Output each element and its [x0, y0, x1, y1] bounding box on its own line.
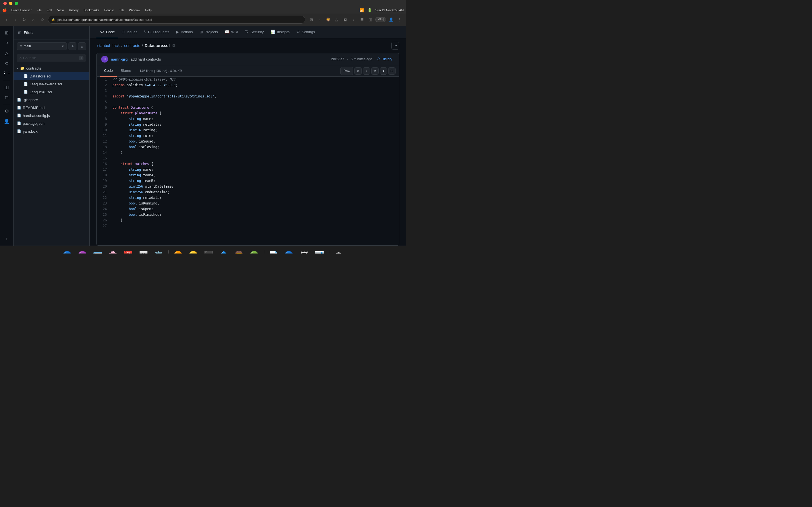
blame-tab[interactable]: Blame: [117, 65, 135, 76]
reload-button[interactable]: ↻: [21, 16, 28, 23]
nav-tab-wiki[interactable]: 📖 Wiki: [221, 26, 242, 38]
code-tab[interactable]: Code: [100, 65, 117, 76]
download-button[interactable]: ↓: [363, 67, 370, 75]
breadcrumb-repo[interactable]: istanbul-hack: [96, 43, 120, 48]
folder-contracts[interactable]: ▾ 📁 contracts: [13, 64, 89, 72]
menu-view[interactable]: View: [55, 8, 66, 12]
address-bar[interactable]: 🔒 github.com/namn-grg/istanbul-hack/blob…: [48, 16, 305, 24]
fullscreen-dot[interactable]: [15, 2, 18, 5]
nav-tab-security[interactable]: 🛡 Security: [241, 26, 267, 38]
sidebar-icon-code[interactable]: ⋮⋮: [2, 69, 11, 78]
file-hardhat-config[interactable]: 📄 hardhat.config.js: [13, 112, 89, 119]
battery-icon[interactable]: 🔋: [367, 8, 372, 12]
file-options-button[interactable]: ⋯: [391, 42, 399, 50]
dock-terminal[interactable]: ⬛: [202, 249, 215, 254]
history-button[interactable]: ⏱ History: [375, 56, 395, 62]
extension-btn-1[interactable]: ⬕: [342, 16, 349, 23]
file-leaguex3-sol[interactable]: 📄 LeagueX3.sol: [13, 88, 89, 96]
file-datastore-sol[interactable]: 📄 Datastore.sol: [13, 72, 89, 80]
file-search-bar[interactable]: ⌕ Go to file T: [17, 54, 86, 62]
sidebar-icon-settings[interactable]: ⚙: [2, 107, 11, 115]
dock-photos[interactable]: 🌸: [106, 249, 120, 254]
sidebar-icon-add[interactable]: ＋: [2, 234, 11, 243]
back-button[interactable]: ‹: [3, 16, 10, 23]
nav-tab-insights[interactable]: 📊 Insights: [267, 26, 293, 38]
dock-chrome[interactable]: 🟢: [248, 249, 261, 254]
edit-dropdown[interactable]: ▾: [380, 67, 387, 75]
sidebar-icon-notifications[interactable]: ◫: [2, 82, 11, 92]
home-button[interactable]: ⌂: [30, 16, 37, 23]
expand-button[interactable]: ⊡: [388, 67, 396, 75]
sidebar-icon-search[interactable]: ⊞: [2, 28, 11, 37]
share-button[interactable]: ↑: [316, 16, 323, 23]
file-gitignore[interactable]: 📄 .gitignore: [13, 96, 89, 104]
menu-bookmarks[interactable]: Bookmarks: [82, 8, 101, 12]
apple-logo[interactable]: 🍎: [2, 8, 7, 12]
sidebar-icon-issues[interactable]: △: [2, 48, 11, 57]
nav-tab-actions[interactable]: ▶ Actions: [172, 26, 196, 38]
code-line-19: 19 string teamB;: [97, 178, 399, 184]
commit-hash[interactable]: b8c55e7: [331, 57, 344, 61]
nav-tab-settings[interactable]: ⚙ Settings: [293, 26, 318, 38]
menu-file[interactable]: File: [35, 8, 44, 12]
dock-vscode[interactable]: 🔷: [217, 249, 231, 254]
new-file-button[interactable]: ＋: [68, 42, 77, 50]
file-leaguerewards-sol[interactable]: 📄 LeagueRewards.sol: [13, 80, 89, 88]
dock-mail[interactable]: 📧: [91, 249, 105, 254]
brave-shield-button[interactable]: 🦁: [324, 16, 332, 23]
sidebar-icon-explore[interactable]: ◻: [2, 93, 11, 102]
reader-mode[interactable]: ▥: [367, 16, 374, 23]
nav-tab-issues[interactable]: ⊙ Issues: [118, 26, 141, 38]
brave-rewards-button[interactable]: △: [333, 16, 340, 23]
dock-brave[interactable]: 🦁: [232, 249, 246, 254]
menu-people[interactable]: People: [102, 8, 116, 12]
menu-window[interactable]: Window: [127, 8, 142, 12]
dock-notes[interactable]: 🟡: [187, 249, 200, 254]
dock-appstore[interactable]: 🅰: [137, 249, 150, 254]
cast-button[interactable]: ⊡: [308, 16, 315, 23]
menu-help[interactable]: Help: [143, 8, 154, 12]
file-yarn-lock[interactable]: 📄 yarn.lock: [13, 127, 89, 135]
bookmark-button[interactable]: ☆: [39, 16, 46, 23]
dock-actmon[interactable]: 📊: [313, 249, 326, 254]
dock-trash[interactable]: 🗑: [332, 249, 346, 254]
profile-button[interactable]: 👤: [388, 16, 395, 23]
edit-button[interactable]: ✏: [371, 67, 378, 75]
dock-pages[interactable]: 📄: [267, 249, 281, 254]
menu-history[interactable]: History: [67, 8, 81, 12]
menu-edit[interactable]: Edit: [45, 8, 54, 12]
nav-tab-projects[interactable]: ⊞ Projects: [196, 26, 221, 38]
sidebar-icon-pr[interactable]: ⊂: [2, 59, 11, 68]
sidebar-icon-profile[interactable]: 👤: [2, 117, 11, 126]
nav-tab-code[interactable]: <> Code: [96, 26, 118, 38]
dock-sysprefs[interactable]: ⚙️: [152, 249, 165, 254]
copy-path-icon[interactable]: ⧉: [172, 43, 175, 48]
dock-word[interactable]: 🔵: [282, 249, 296, 254]
menu-tab[interactable]: Tab: [117, 8, 126, 12]
commit-author-name[interactable]: namn-grg: [111, 57, 128, 61]
file-package-json[interactable]: 📄 package.json: [13, 119, 89, 127]
extension-btn-2[interactable]: ↓: [350, 16, 357, 23]
raw-button[interactable]: Raw: [340, 67, 353, 75]
more-button[interactable]: ⋮: [396, 16, 403, 23]
branch-dropdown[interactable]: ⑂ main ▾: [17, 42, 67, 50]
search-file-button[interactable]: ⌕: [78, 42, 86, 50]
dock-vlc[interactable]: 🟠: [171, 249, 185, 254]
copy-code-button[interactable]: ⧉: [354, 67, 362, 75]
minimize-dot[interactable]: [9, 2, 12, 5]
nav-tab-pull-requests[interactable]: ⑂ Pull requests: [141, 26, 172, 38]
dock-finder[interactable]: 🔵: [61, 249, 74, 254]
breadcrumb-folder[interactable]: contracts: [124, 43, 140, 48]
file-readme[interactable]: 📄 README.md: [13, 104, 89, 112]
sidebar-icon-home[interactable]: ○: [2, 38, 11, 47]
forward-button[interactable]: ›: [12, 16, 18, 23]
close-dot[interactable]: [3, 2, 7, 5]
sidebar-toggle[interactable]: ☰: [358, 16, 366, 23]
dock-calendar[interactable]: 📅: [121, 249, 135, 254]
code-viewer[interactable]: 1// SPDX-License-Identifier: MIT2pragma …: [96, 76, 399, 245]
vpn-badge[interactable]: VPN: [375, 17, 386, 22]
wifi-icon[interactable]: 📶: [359, 8, 364, 12]
dock-preview[interactable]: 🖼: [297, 249, 311, 254]
dock-launchpad[interactable]: 🟣: [76, 249, 89, 254]
menu-brave[interactable]: Brave Browser: [9, 8, 34, 12]
